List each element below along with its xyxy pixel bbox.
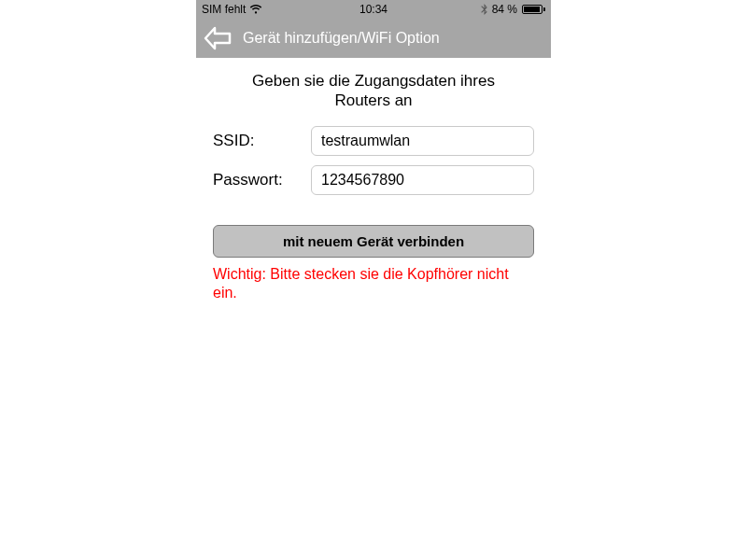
ssid-row: SSID:	[213, 126, 534, 156]
content-area: Geben sie die Zugangsdaten ihres Routers…	[196, 58, 551, 303]
back-button[interactable]	[204, 25, 233, 51]
ssid-input[interactable]	[311, 126, 534, 156]
status-time: 10:34	[359, 3, 388, 16]
wifi-icon	[249, 5, 262, 14]
nav-bar: Gerät hinzufügen/WiFi Option	[196, 19, 551, 58]
password-row: Passwort:	[213, 165, 534, 195]
status-right: 84 %	[481, 3, 545, 16]
back-arrow-icon	[204, 25, 233, 51]
status-bar: SIM fehlt 10:34 84 %	[196, 0, 551, 19]
ssid-label: SSID:	[213, 132, 311, 150]
battery-icon	[522, 5, 545, 14]
password-input[interactable]	[311, 165, 534, 195]
battery-percent: 84 %	[492, 3, 517, 16]
status-left: SIM fehlt	[202, 3, 262, 16]
connect-button[interactable]: mit neuem Gerät verbinden	[213, 225, 534, 258]
instruction-text: Geben sie die Zugangsdaten ihres Routers…	[213, 71, 534, 111]
carrier-text: SIM fehlt	[202, 3, 246, 16]
password-label: Passwort:	[213, 171, 311, 189]
warning-text: Wichtig: Bitte stecken sie die Kopfhörer…	[213, 265, 534, 304]
bluetooth-icon	[481, 4, 487, 15]
nav-title: Gerät hinzufügen/WiFi Option	[243, 30, 440, 47]
phone-screen: SIM fehlt 10:34 84 % Gerät hinzufügen/Wi…	[196, 0, 551, 303]
